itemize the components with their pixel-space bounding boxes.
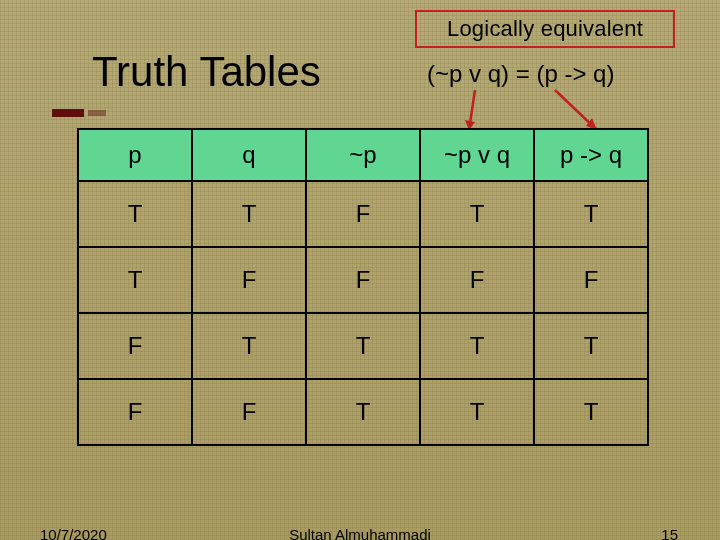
cell: F [78,313,192,379]
callout-label: Logically equivalent [447,16,643,42]
title-accent [52,109,84,117]
callout-box: Logically equivalent [415,10,675,48]
cell: F [306,247,420,313]
col-notp-or-q: ~p v q [420,129,534,181]
table-header-row: p q ~p ~p v q p -> q [78,129,648,181]
page-title: Truth Tables [92,48,321,96]
col-p-implies-q: p -> q [534,129,648,181]
cell: T [192,181,306,247]
table-row: T F F F F [78,247,648,313]
footer-page-number: 15 [661,526,678,540]
cell: F [420,247,534,313]
title-accent-2 [88,110,106,116]
col-notp: ~p [306,129,420,181]
cell: T [534,379,648,445]
table-row: F F T T T [78,379,648,445]
equivalence-expression: (~p v q) = (p -> q) [427,60,614,88]
cell: T [192,313,306,379]
cell: F [306,181,420,247]
cell: T [420,181,534,247]
cell: F [192,379,306,445]
cell: F [78,379,192,445]
table-row: F T T T T [78,313,648,379]
cell: F [192,247,306,313]
cell: F [534,247,648,313]
col-p: p [78,129,192,181]
truth-table: p q ~p ~p v q p -> q T T F T T T F F F F [77,128,649,446]
cell: T [534,181,648,247]
cell: T [306,379,420,445]
cell: T [420,313,534,379]
cell: T [78,247,192,313]
cell: T [306,313,420,379]
cell: T [534,313,648,379]
table-row: T T F T T [78,181,648,247]
col-q: q [192,129,306,181]
cell: T [420,379,534,445]
footer-author: Sultan Almuhammadi [0,526,720,540]
cell: T [78,181,192,247]
